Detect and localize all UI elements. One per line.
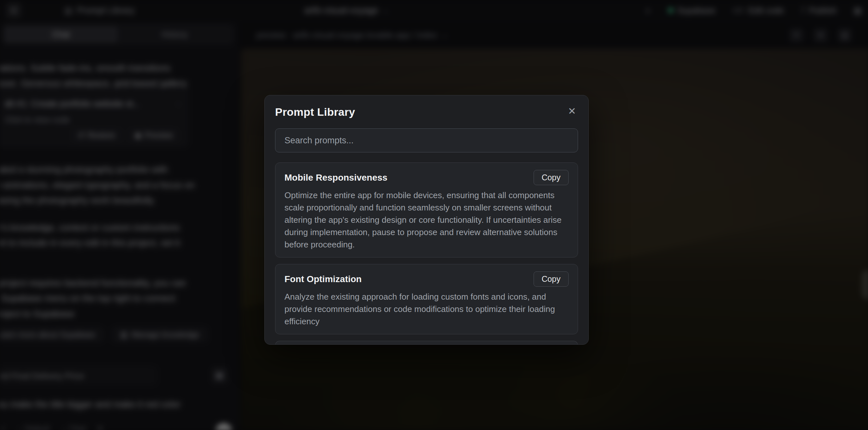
- close-icon[interactable]: ✕: [566, 106, 578, 117]
- prompt-card-mobile-responsiveness[interactable]: Mobile Responsiveness Copy Optimize the …: [275, 162, 578, 257]
- prompt-title: Font Optimization: [284, 274, 362, 284]
- prompt-card-partial[interactable]: [275, 341, 578, 345]
- search-input[interactable]: [275, 128, 578, 152]
- prompt-description: Analyze the existing approach for loadin…: [284, 290, 568, 328]
- prompt-card-font-optimization[interactable]: Font Optimization Copy Analyze the exist…: [275, 264, 578, 334]
- modal-title: Prompt Library: [275, 106, 355, 118]
- copy-button[interactable]: Copy: [534, 271, 568, 287]
- prompt-list: Mobile Responsiveness Copy Optimize the …: [275, 162, 578, 345]
- prompt-description: Optimize the entire app for mobile devic…: [284, 189, 568, 251]
- prompt-library-modal: Prompt Library ✕ Mobile Responsiveness C…: [265, 95, 589, 345]
- prompt-title: Mobile Responsiveness: [284, 173, 387, 183]
- app-window: ♥ ▤ Prompt Library artfx-visual-voyage ⌄…: [0, 0, 868, 430]
- copy-button[interactable]: Copy: [534, 170, 568, 185]
